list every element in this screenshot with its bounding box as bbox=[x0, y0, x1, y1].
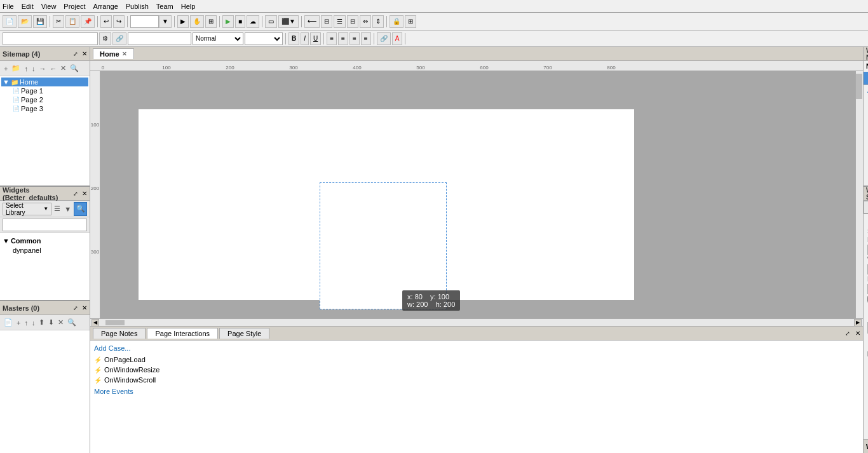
menu-publish[interactable]: Publish bbox=[126, 3, 149, 10]
zoom-input[interactable]: 100% bbox=[130, 15, 159, 28]
menu-file[interactable]: File bbox=[3, 3, 14, 10]
widget-dynpanel[interactable]: dynpanel bbox=[3, 246, 87, 255]
masters-move-up-btn[interactable]: ⬆ bbox=[37, 318, 46, 327]
event-onpageload[interactable]: ⚡ OnPageLoad bbox=[94, 355, 859, 365]
connect-btn[interactable]: ⟵ bbox=[304, 15, 320, 28]
masters-expand-icon[interactable]: ⤢ bbox=[73, 305, 78, 311]
color-btn[interactable]: A bbox=[392, 32, 403, 45]
underline-btn[interactable]: U bbox=[310, 32, 321, 45]
undo-btn[interactable]: ↩ bbox=[100, 15, 112, 28]
tab-interactions[interactable]: Interactions bbox=[864, 72, 868, 85]
align-justify-text[interactable]: ≡ bbox=[361, 32, 371, 45]
sitemap-add-folder-btn[interactable]: 📁 bbox=[10, 64, 22, 72]
masters-search-btn[interactable]: 🔍 bbox=[66, 318, 78, 327]
canvas-scrollbar-v[interactable] bbox=[855, 71, 863, 318]
event-onwindowscroll[interactable]: ⚡ OnWindowScroll bbox=[94, 375, 859, 385]
stop-btn[interactable]: ■ bbox=[235, 15, 245, 28]
hand-tool[interactable]: ✋ bbox=[190, 15, 204, 28]
bottom-close-icon[interactable]: ✕ bbox=[855, 330, 860, 337]
add-case-btn[interactable]: Add Case... bbox=[94, 344, 859, 352]
select-library-btn[interactable]: Select Library ▼ bbox=[3, 203, 51, 215]
sitemap-page2-item[interactable]: 📄 Page 2 bbox=[11, 95, 88, 104]
sitemap-page3-item[interactable]: 📄 Page 3 bbox=[11, 104, 88, 113]
save-btn[interactable]: 💾 bbox=[33, 15, 47, 28]
align-left[interactable]: ⊟ bbox=[321, 15, 332, 28]
widget-settings[interactable]: ⚙ bbox=[99, 32, 111, 45]
menu-project[interactable]: Project bbox=[64, 3, 85, 10]
lock-btn[interactable]: 🔒 bbox=[390, 15, 403, 28]
page-select[interactable] bbox=[128, 32, 191, 45]
state-select[interactable]: Normal bbox=[193, 32, 243, 45]
select-tool[interactable]: ▶ bbox=[177, 15, 189, 28]
scroll-right-btn[interactable]: ▶ bbox=[854, 319, 862, 327]
style-select2[interactable] bbox=[245, 32, 283, 45]
tab-page-notes[interactable]: Page Notes bbox=[93, 328, 146, 339]
masters-up-btn[interactable]: ↑ bbox=[23, 319, 29, 327]
align-right[interactable]: ⊟ bbox=[347, 15, 358, 28]
menu-edit[interactable]: Edit bbox=[22, 3, 34, 10]
sitemap-page1-item[interactable]: 📄 Page 1 bbox=[11, 86, 88, 95]
paste-btn[interactable]: 📌 bbox=[81, 15, 95, 28]
widgets-menu-btn[interactable]: ☰ bbox=[53, 205, 62, 213]
canvas-scrollbar-h[interactable]: ◀ ▶ bbox=[90, 318, 863, 326]
new-btn[interactable]: 📄 bbox=[3, 15, 17, 28]
sitemap-add-btn[interactable]: + bbox=[3, 65, 9, 72]
masters-down-btn[interactable]: ↓ bbox=[31, 319, 37, 327]
italic-btn[interactable]: I bbox=[301, 32, 309, 45]
event-onwindowresize[interactable]: ⚡ OnWindowResize bbox=[94, 365, 859, 375]
widgets-expand-icon[interactable]: ⤢ bbox=[73, 191, 78, 197]
tab-page-style[interactable]: Page Style bbox=[219, 328, 269, 339]
sitemap-move-up-btn[interactable]: ↑ bbox=[23, 65, 29, 72]
draw-more[interactable]: ⬛▼ bbox=[278, 15, 299, 28]
widgets-close-icon[interactable]: ✕ bbox=[82, 190, 87, 197]
sitemap-delete-btn[interactable]: ✕ bbox=[59, 64, 67, 72]
redo-btn[interactable]: ↪ bbox=[113, 15, 125, 28]
canvas-tab-close-icon[interactable]: ✕ bbox=[122, 51, 127, 57]
more-events-btn[interactable]: More Events bbox=[94, 388, 859, 395]
widgets-search-btn[interactable]: 🔍 bbox=[74, 202, 87, 216]
menu-arrange[interactable]: Arrange bbox=[93, 3, 118, 10]
preview-btn[interactable]: ☁ bbox=[247, 15, 259, 28]
crop-tool[interactable]: ⊞ bbox=[205, 15, 217, 28]
copy-btn[interactable]: 📋 bbox=[65, 15, 79, 28]
zoom-dropdown[interactable]: ▼ bbox=[159, 15, 172, 28]
link-btn2[interactable]: 🔗 bbox=[377, 32, 391, 45]
sitemap-close-icon[interactable]: ✕ bbox=[82, 50, 87, 57]
align-right-text[interactable]: ≡ bbox=[349, 32, 360, 45]
sitemap-home-item[interactable]: ▼ 📁 Home bbox=[1, 78, 88, 86]
sitemap-expand-icon[interactable]: ⤢ bbox=[73, 51, 78, 57]
menu-help[interactable]: Help bbox=[181, 3, 196, 10]
sitemap-move-down-btn[interactable]: ↓ bbox=[31, 65, 37, 72]
align-left-text[interactable]: ≡ bbox=[327, 32, 337, 45]
sitemap-indent-btn[interactable]: → bbox=[37, 65, 47, 72]
sitemap-page3-label: Page 3 bbox=[21, 105, 43, 112]
align-center-text[interactable]: ≡ bbox=[338, 32, 348, 45]
canvas-home-tab[interactable]: Home ✕ bbox=[93, 48, 134, 59]
canvas-scroll-area[interactable]: x: 80 y: 100 w: 200 h: 200 bbox=[100, 71, 863, 318]
widget-search-input[interactable]: dy bbox=[3, 219, 87, 231]
widget-link[interactable]: 🔗 bbox=[112, 32, 126, 45]
sitemap-search-btn[interactable]: 🔍 bbox=[69, 64, 80, 72]
widgets-menu-down-btn[interactable]: ▼ bbox=[63, 205, 72, 213]
sitemap-outdent-btn[interactable]: ← bbox=[48, 65, 58, 72]
masters-add-btn[interactable]: + bbox=[15, 319, 22, 327]
align-center[interactable]: ☰ bbox=[334, 15, 346, 28]
dist-h[interactable]: ⇔ bbox=[360, 15, 371, 28]
bottom-expand-icon[interactable]: ⤢ bbox=[845, 330, 850, 337]
masters-delete-btn[interactable]: ✕ bbox=[57, 318, 65, 327]
tab-page-interactions[interactable]: Page Interactions bbox=[147, 328, 218, 339]
group-btn[interactable]: ⊞ bbox=[405, 15, 416, 28]
play-btn[interactable]: ▶ bbox=[222, 15, 234, 28]
masters-move-down-btn[interactable]: ⬇ bbox=[47, 318, 55, 327]
masters-close-icon[interactable]: ✕ bbox=[82, 304, 87, 311]
scroll-left-btn[interactable]: ◀ bbox=[92, 319, 99, 327]
cut-btn[interactable]: ✂ bbox=[53, 15, 64, 28]
menu-view[interactable]: View bbox=[41, 3, 57, 10]
bold-btn[interactable]: B bbox=[288, 32, 299, 45]
draw-rect[interactable]: ▭ bbox=[265, 15, 277, 28]
open-btn[interactable]: 📂 bbox=[18, 15, 32, 28]
tab-properties[interactable]: Properties bbox=[864, 201, 868, 213]
dist-v[interactable]: ⇕ bbox=[372, 15, 384, 28]
menu-team[interactable]: Team bbox=[156, 3, 173, 10]
widget-name-input[interactable] bbox=[3, 32, 98, 45]
